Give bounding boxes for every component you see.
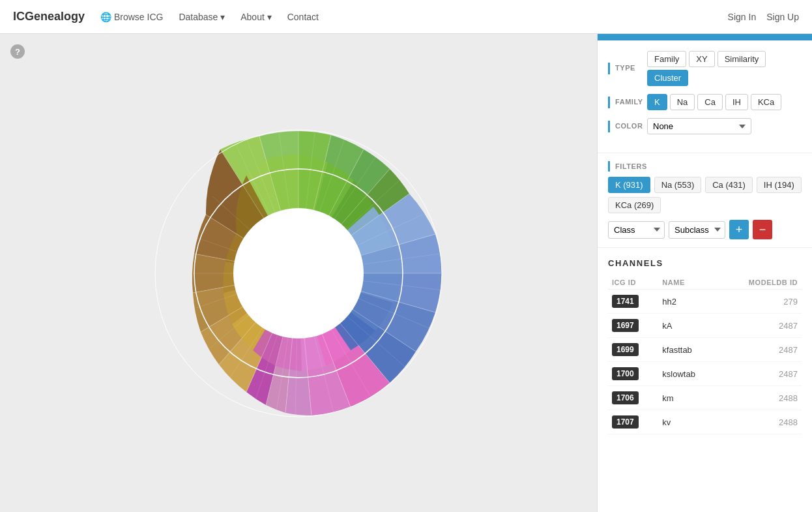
nav-auth: Sign In Sign Up — [728, 12, 799, 22]
cell-name: kslowtab — [658, 362, 718, 386]
color-control-row: COLOR NoneClassSubclassFamily — [608, 118, 802, 134]
cell-icgid: 1707 — [608, 410, 658, 434]
icg-badge: 1706 — [612, 391, 639, 404]
table-header-row: ICG ID NAME MODELDB ID — [608, 276, 802, 290]
help-icon[interactable]: ? — [10, 44, 25, 59]
type-family-button[interactable]: Family — [647, 51, 686, 67]
channels-section: CHANNELS ICG ID NAME MODELDB ID 1741 hh2… — [598, 248, 812, 512]
cell-name: kv — [658, 410, 718, 434]
plus-icon: + — [736, 223, 743, 237]
sign-in-button[interactable]: Sign In — [728, 12, 757, 22]
cell-name: kA — [658, 314, 718, 338]
cell-modeldb: 2487 — [718, 338, 802, 362]
cell-modeldb: 2488 — [718, 410, 802, 434]
cell-modeldb: 2487 — [718, 362, 802, 386]
type-control-row: TYPE Family XY Similarity Cluster — [608, 51, 802, 86]
cell-icgid: 1700 — [608, 362, 658, 386]
icg-badge: 1700 — [612, 367, 639, 380]
cell-icgid: 1706 — [608, 386, 658, 410]
icg-badge: 1707 — [612, 415, 639, 429]
channels-title: CHANNELS — [608, 258, 802, 268]
type-label: TYPE — [608, 63, 647, 74]
icg-badge: 1699 — [612, 343, 639, 356]
sign-up-button[interactable]: Sign Up — [766, 12, 799, 22]
viz-area: ? — [0, 34, 597, 512]
family-label: FAMILY — [608, 97, 647, 108]
icg-badge: 1697 — [612, 319, 639, 332]
col-modeldb: MODELDB ID — [718, 276, 802, 290]
cell-icgid: 1699 — [608, 338, 658, 362]
family-na-button[interactable]: Na — [670, 94, 695, 110]
family-btn-group: K Na Ca IH KCa — [647, 94, 781, 110]
cell-icgid: 1697 — [608, 314, 658, 338]
sunburst-container[interactable] — [109, 84, 487, 462]
color-select[interactable]: NoneClassSubclassFamily — [647, 118, 751, 134]
type-similarity-button[interactable]: Similarity — [718, 51, 766, 67]
cell-name: km — [658, 386, 718, 410]
icg-badge: 1741 — [612, 295, 639, 308]
filter-tag-kca[interactable]: KCa (269) — [608, 197, 661, 213]
table-row[interactable]: 1707 kv 2488 — [608, 410, 802, 434]
controls-section: TYPE Family XY Similarity Cluster FAMILY… — [598, 40, 812, 153]
nav-about[interactable]: About ▾ — [240, 12, 271, 22]
cell-name: kfasttab — [658, 338, 718, 362]
channels-table: ICG ID NAME MODELDB ID 1741 hh2 279 1697… — [608, 276, 802, 434]
nav-database[interactable]: Database ▾ — [179, 12, 225, 22]
filters-section: FILTERS K (931) Na (553) Ca (431) IH (19… — [598, 153, 812, 248]
chevron-down-icon: ▾ — [220, 12, 225, 22]
family-kca-button[interactable]: KCa — [751, 94, 781, 110]
cell-modeldb: 2488 — [718, 386, 802, 410]
class-select[interactable]: ClassSubclassFamily — [608, 221, 665, 239]
panel-top-bar — [598, 34, 812, 40]
filters-label: FILTERS — [608, 161, 802, 172]
table-row[interactable]: 1699 kfasttab 2487 — [608, 338, 802, 362]
cell-name: hh2 — [658, 290, 718, 314]
chevron-down-icon: ▾ — [267, 12, 272, 22]
filter-tag-ih[interactable]: IH (194) — [757, 177, 802, 193]
family-ca-button[interactable]: Ca — [697, 94, 723, 110]
col-name: NAME — [658, 276, 718, 290]
filter-tag-k[interactable]: K (931) — [608, 177, 650, 193]
cell-icgid: 1741 — [608, 290, 658, 314]
subclass-select[interactable]: SubclassClassFamily — [669, 221, 725, 239]
navbar: ICGenealogy 🌐 Browse ICG Database ▾ Abou… — [0, 0, 812, 34]
table-row[interactable]: 1697 kA 2487 — [608, 314, 802, 338]
family-ih-button[interactable]: IH — [725, 94, 748, 110]
filter-tags: K (931) Na (553) Ca (431) IH (194) KCa (… — [608, 177, 802, 213]
type-cluster-button[interactable]: Cluster — [647, 70, 688, 86]
nav-contact[interactable]: Contact — [287, 12, 319, 22]
cell-modeldb: 2487 — [718, 314, 802, 338]
sunburst-chart[interactable] — [109, 84, 487, 462]
minus-icon: − — [759, 223, 766, 237]
table-row[interactable]: 1741 hh2 279 — [608, 290, 802, 314]
type-btn-group: Family XY Similarity Cluster — [647, 51, 802, 86]
filter-tag-na[interactable]: Na (553) — [654, 177, 702, 193]
globe-icon: 🌐 — [100, 12, 111, 22]
remove-filter-button[interactable]: − — [753, 220, 772, 239]
table-row[interactable]: 1700 kslowtab 2487 — [608, 362, 802, 386]
cell-modeldb: 279 — [718, 290, 802, 314]
col-icgid: ICG ID — [608, 276, 658, 290]
family-k-button[interactable]: K — [647, 94, 667, 110]
brand-logo[interactable]: ICGenealogy — [13, 10, 85, 23]
family-control-row: FAMILY K Na Ca IH KCa — [608, 94, 802, 110]
filter-tag-ca[interactable]: Ca (431) — [705, 177, 753, 193]
right-panel: TYPE Family XY Similarity Cluster FAMILY… — [597, 34, 812, 512]
table-row[interactable]: 1706 km 2488 — [608, 386, 802, 410]
svg-point-46 — [233, 208, 364, 339]
filter-dropdowns: ClassSubclassFamily SubclassClassFamily … — [608, 220, 802, 239]
add-filter-button[interactable]: + — [729, 220, 749, 239]
nav-browse-icg[interactable]: 🌐 Browse ICG — [100, 12, 163, 22]
main-layout: ? — [0, 34, 812, 512]
color-label: COLOR — [608, 121, 647, 132]
type-xy-button[interactable]: XY — [689, 51, 714, 67]
